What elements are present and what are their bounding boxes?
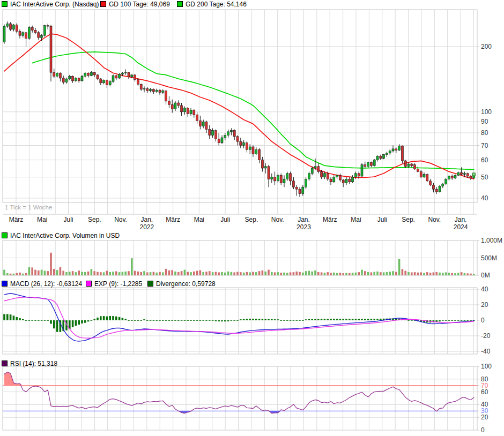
rsi-color-swatch	[2, 360, 8, 366]
svg-text:Mai: Mai	[37, 216, 47, 223]
divergence-color-swatch	[147, 281, 153, 287]
svg-text:Jan.: Jan.	[455, 216, 467, 223]
rsi-line	[4, 372, 474, 414]
svg-text:März: März	[323, 216, 337, 223]
svg-text:20: 20	[481, 414, 488, 421]
svg-text:100: 100	[481, 108, 492, 116]
macd-label: MACD (26, 12): -0,63124	[10, 280, 82, 288]
rsi-label: RSI (14): 51,318	[10, 360, 57, 367]
svg-text:60: 60	[481, 388, 488, 396]
svg-text:Mai: Mai	[351, 216, 361, 223]
svg-text:Juli: Juli	[377, 216, 387, 223]
svg-text:1.000M: 1.000M	[481, 237, 502, 244]
svg-text:20: 20	[481, 301, 488, 309]
candlestick-series	[3, 21, 475, 197]
legend-divergence: Divergence: 0,59728	[147, 281, 216, 288]
svg-text:2023: 2023	[297, 223, 311, 231]
svg-text:Sep.: Sep.	[88, 216, 101, 223]
svg-text:Sep.: Sep.	[245, 216, 258, 223]
exp-line	[4, 297, 474, 338]
svg-text:Mai: Mai	[194, 216, 204, 223]
last-value-marker	[472, 173, 475, 176]
svg-text:0: 0	[481, 317, 485, 324]
divergence-label: Divergence: 0,59728	[156, 280, 216, 288]
svg-text:-20: -20	[481, 332, 491, 340]
legend-gd200: GD 200 Tage: 54,146	[177, 1, 247, 8]
svg-text:-40: -40	[481, 348, 491, 355]
svg-text:80: 80	[481, 129, 488, 137]
volume-label: IAC InterActive Corp. Volumen in USD	[10, 232, 120, 239]
svg-text:Jan.: Jan.	[298, 216, 310, 223]
gd200-color-swatch	[177, 1, 183, 7]
gd100-color-swatch	[100, 1, 106, 7]
macd-divergence-bars	[3, 314, 475, 332]
volume-bars	[3, 253, 475, 275]
legend-rsi: RSI (14): 51,318	[2, 360, 57, 367]
svg-text:0M: 0M	[481, 272, 490, 279]
svg-text:40: 40	[481, 285, 488, 293]
svg-text:2024: 2024	[454, 223, 468, 231]
legend-series: IAC InterActive Corp. (Nasdaq)	[2, 1, 99, 8]
svg-text:60: 60	[481, 156, 488, 164]
svg-text:90: 90	[481, 118, 488, 125]
svg-text:500M: 500M	[481, 254, 497, 262]
legend-gd100: GD 100 Tage: 49,069	[100, 1, 170, 8]
exp-color-swatch	[86, 281, 92, 287]
axis-labels: 2001009080706050401.000M500M0M40200-20-4…	[477, 43, 502, 434]
svg-text:Nov.: Nov.	[114, 216, 127, 223]
gd100-label: GD 100 Tage: 49,069	[109, 1, 170, 8]
tick-note: 1 Tick = 1 Woche	[5, 204, 52, 211]
svg-text:50: 50	[481, 174, 488, 181]
svg-text:70: 70	[481, 142, 488, 149]
stock-chart-page: 2001009080706050401.000M500M0M40200-20-4…	[0, 0, 504, 436]
svg-text:Sep.: Sep.	[402, 216, 415, 223]
svg-text:März: März	[166, 216, 180, 223]
legend-exp: EXP (9): -1,2285	[86, 281, 142, 288]
svg-text:0: 0	[481, 426, 485, 434]
svg-text:Juli: Juli	[64, 216, 73, 223]
rsi-threshold-lines	[3, 386, 477, 411]
x-axis-labels: MärzMaiJuliSep.Nov.Jan.2022MärzMaiJuliSe…	[9, 216, 468, 231]
rsi-overbought-fill	[4, 372, 474, 386]
svg-text:2022: 2022	[139, 223, 154, 231]
gd200-label: GD 200 Tage: 54,146	[186, 1, 247, 8]
legend-macd: MACD (26, 12): -0,63124	[2, 281, 82, 288]
svg-text:Jan.: Jan.	[141, 216, 153, 223]
svg-text:200: 200	[481, 43, 492, 50]
series-color-swatch	[2, 1, 8, 7]
rsi-oversold-fill	[4, 411, 474, 413]
svg-text:Nov.: Nov.	[428, 216, 441, 223]
svg-text:Nov.: Nov.	[271, 216, 284, 223]
volume-color-swatch	[2, 232, 8, 238]
svg-text:Juli: Juli	[220, 216, 230, 223]
svg-text:März: März	[9, 216, 24, 223]
exp-label: EXP (9): -1,2285	[94, 280, 142, 288]
svg-text:100: 100	[481, 363, 492, 370]
series-label: IAC InterActive Corp. (Nasdaq)	[10, 1, 99, 8]
legend-volume: IAC InterActive Corp. Volumen in USD	[2, 232, 120, 239]
macd-color-swatch	[2, 281, 8, 287]
svg-text:40: 40	[481, 194, 488, 202]
chart-canvas: 2001009080706050401.000M500M0M40200-20-4…	[0, 0, 504, 436]
